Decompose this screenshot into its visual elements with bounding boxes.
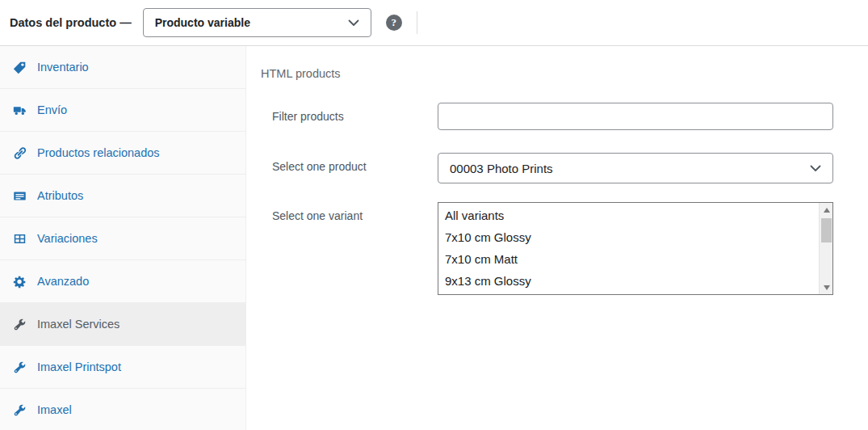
listbox-option[interactable]: All variants <box>438 204 819 226</box>
listbox-scrollbar[interactable] <box>819 203 832 294</box>
wrench-icon <box>11 316 27 332</box>
filter-products-input[interactable] <box>438 103 833 130</box>
gear-icon <box>11 273 27 289</box>
select-variant-label: Select one variant <box>261 202 438 222</box>
sidebar-item-imaxel-services[interactable]: Imaxel Services <box>0 303 245 346</box>
product-type-value: Producto variable <box>155 16 250 29</box>
sidebar-item-label: Productos relacionados <box>37 146 160 159</box>
sidebar-item-label: Inventario <box>37 61 89 74</box>
select-variant-row: Select one variant All variants 7x10 cm … <box>261 202 868 295</box>
sidebar-item-productos-relacionados[interactable]: Productos relacionados <box>0 132 245 175</box>
chevron-down-icon <box>348 19 359 27</box>
scrollbar-thumb[interactable] <box>821 218 832 242</box>
header-divider <box>417 11 417 34</box>
product-data-header: Datos del producto — Producto variable ? <box>0 0 868 46</box>
product-type-select[interactable]: Producto variable <box>143 8 371 37</box>
link-icon <box>11 145 27 161</box>
sidebar-item-inventario[interactable]: Inventario <box>0 46 245 89</box>
wrench-icon <box>11 402 27 418</box>
select-product-row: Select one product 00003 Photo Prints <box>261 153 868 183</box>
tag-icon <box>11 59 27 75</box>
sidebar-item-label: Atributos <box>37 189 83 202</box>
sidebar-item-label: Imaxel Services <box>37 318 120 331</box>
sidebar-item-imaxel[interactable]: Imaxel <box>0 389 245 430</box>
select-product-label: Select one product <box>261 153 438 173</box>
variant-options: All variants 7x10 cm Glossy 7x10 cm Matt… <box>438 203 819 294</box>
listbox-option[interactable]: 7x10 cm Matt <box>438 248 819 270</box>
scroll-up-button[interactable] <box>820 203 833 217</box>
help-icon[interactable]: ? <box>386 15 402 31</box>
sidebar-item-envio[interactable]: Envío <box>0 89 245 132</box>
scroll-down-button[interactable] <box>820 280 833 294</box>
imaxel-services-panel: HTML products Filter products Select one… <box>246 46 868 430</box>
product-select[interactable]: 00003 Photo Prints <box>438 153 833 183</box>
sidebar-item-imaxel-printspot[interactable]: Imaxel Printspot <box>0 346 245 389</box>
sidebar-item-label: Avanzado <box>37 275 89 288</box>
list-icon <box>11 188 27 204</box>
sidebar-item-label: Imaxel Printspot <box>37 360 121 373</box>
sidebar-item-label: Imaxel <box>37 403 72 416</box>
listbox-option[interactable]: 7x10 cm Glossy <box>438 226 819 248</box>
sidebar-item-variaciones[interactable]: Variaciones <box>0 217 245 260</box>
filter-products-row: Filter products <box>261 103 868 130</box>
chevron-down-icon <box>810 165 821 172</box>
variant-listbox[interactable]: All variants 7x10 cm Glossy 7x10 cm Matt… <box>438 202 833 295</box>
section-title: HTML products <box>261 67 868 80</box>
page-title: Datos del producto — <box>10 16 132 29</box>
listbox-option[interactable]: 9x13 cm Glossy <box>438 270 819 292</box>
truck-icon <box>11 102 27 118</box>
sidebar-item-avanzado[interactable]: Avanzado <box>0 260 245 303</box>
grid-icon <box>11 230 27 247</box>
triangle-up-icon <box>824 208 830 213</box>
sidebar-item-label: Envío <box>37 103 67 116</box>
product-select-value: 00003 Photo Prints <box>450 162 553 175</box>
triangle-down-icon <box>824 285 830 290</box>
sidebar-item-atributos[interactable]: Atributos <box>0 175 245 217</box>
sidebar-item-label: Variaciones <box>37 232 98 245</box>
wrench-icon <box>11 359 27 375</box>
product-data-tabs: Inventario Envío Productos relacionados <box>0 46 246 430</box>
product-data-panel: Inventario Envío Productos relacionados <box>0 46 868 430</box>
filter-products-label: Filter products <box>261 103 438 123</box>
